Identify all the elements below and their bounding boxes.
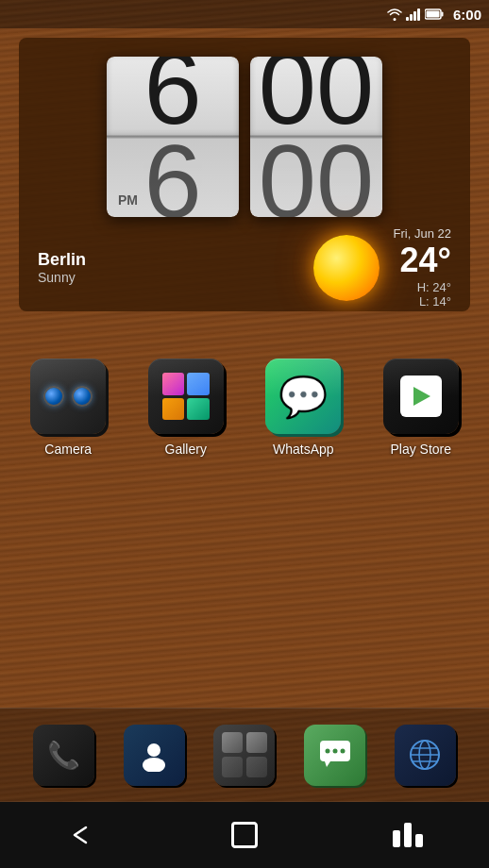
weather-city: Berlin — [38, 250, 299, 270]
whatsapp-symbol: 💬 — [278, 374, 328, 420]
back-icon — [67, 824, 95, 846]
dock-browser[interactable] — [395, 725, 456, 786]
svg-point-7 — [147, 743, 160, 757]
weather-left: Berlin Sunny — [38, 250, 299, 285]
weather-low: L: 14° — [394, 294, 451, 309]
battery-icon — [425, 8, 444, 20]
messages-icon — [317, 737, 353, 773]
recents-bar-3 — [415, 834, 423, 847]
svg-rect-2 — [413, 11, 416, 21]
svg-point-11 — [325, 749, 329, 754]
camera-label: Camera — [44, 442, 92, 457]
camera-eye-left — [43, 386, 64, 407]
pages-cube-2 — [246, 732, 267, 753]
gallery-tile-4 — [187, 398, 210, 421]
gallery-tile-1 — [162, 373, 185, 395]
clock-widget: 6 6 PM 00 00 Berlin Sunny Fri, Jun 22 — [19, 38, 470, 311]
dock: 📞 — [0, 708, 489, 802]
gallery-tile-2 — [187, 373, 210, 395]
dock-pages[interactable] — [213, 725, 275, 786]
nav-back-button[interactable] — [53, 816, 110, 854]
camera-eyes — [43, 386, 93, 407]
svg-marker-10 — [325, 761, 330, 767]
svg-rect-3 — [417, 8, 420, 21]
weather-high: H: 24° — [394, 280, 451, 294]
app-icon-gallery[interactable]: Gallery — [139, 359, 233, 457]
playstore-play-icon — [413, 387, 430, 406]
app-icon-playstore[interactable]: Play Store — [374, 359, 468, 457]
gallery-tiles — [162, 373, 210, 420]
apps-grid: Camera Gallery 💬 WhatsApp Play Store — [0, 340, 489, 476]
playstore-cube-icon — [383, 359, 459, 434]
navigation-bar — [0, 802, 489, 868]
playstore-label: Play Store — [390, 442, 451, 457]
camera-cube-icon — [30, 359, 106, 434]
flip-hour-bottom: 6 PM — [107, 137, 239, 217]
phone-icon: 📞 — [47, 740, 80, 771]
status-bar: 6:00 — [0, 0, 489, 28]
pages-cube-4 — [246, 757, 267, 777]
sun-orb — [313, 235, 379, 301]
app-icon-whatsapp[interactable]: 💬 WhatsApp — [256, 359, 350, 457]
camera-eye-right — [72, 386, 93, 407]
signal-icon — [406, 8, 421, 21]
weather-section: Berlin Sunny Fri, Jun 22 24° H: 24° L: 1… — [19, 226, 470, 311]
pages-cube-1 — [222, 732, 243, 753]
weather-date: Fri, Jun 22 — [394, 226, 451, 241]
recents-bar-2 — [404, 823, 412, 847]
playstore-bag — [400, 376, 442, 417]
svg-rect-5 — [441, 12, 443, 17]
weather-sun — [309, 230, 384, 306]
svg-point-13 — [340, 749, 345, 754]
svg-rect-1 — [410, 14, 413, 21]
nav-recents-button[interactable] — [379, 816, 436, 854]
svg-point-12 — [332, 749, 337, 754]
whatsapp-label: WhatsApp — [273, 442, 334, 457]
status-time: 6:00 — [453, 7, 481, 23]
pages-cube-3 — [222, 757, 243, 777]
recents-icon — [393, 823, 423, 847]
nav-home-button[interactable] — [216, 816, 273, 854]
dock-messages[interactable] — [304, 725, 365, 786]
weather-temp: 24° — [394, 241, 451, 280]
svg-point-8 — [143, 758, 165, 772]
gallery-tile-3 — [162, 398, 185, 421]
flip-minutes-bottom: 00 — [250, 137, 382, 217]
browser-icon — [407, 737, 443, 773]
wifi-icon — [387, 8, 402, 21]
app-icon-camera[interactable]: Camera — [21, 359, 115, 457]
whatsapp-cube-icon: 💬 — [265, 359, 341, 434]
hour-digit-shadow: 6 — [143, 129, 201, 217]
flip-minutes: 00 00 — [250, 57, 382, 217]
gallery-cube-icon — [148, 359, 224, 434]
dock-phone[interactable]: 📞 — [33, 725, 94, 786]
dock-contacts[interactable] — [124, 725, 185, 786]
gallery-label: Gallery — [165, 442, 207, 457]
weather-right: Fri, Jun 22 24° H: 24° L: 14° — [394, 226, 451, 309]
flip-clock: 6 6 PM 00 00 — [19, 38, 470, 226]
period-label: PM — [118, 192, 138, 208]
minutes-digit-shadow: 00 — [259, 129, 374, 217]
status-icons: 6:00 — [387, 7, 481, 23]
svg-rect-6 — [426, 11, 439, 18]
flip-hour: 6 6 PM — [107, 57, 239, 217]
weather-condition: Sunny — [38, 270, 299, 285]
svg-rect-0 — [406, 17, 409, 21]
home-icon — [231, 822, 258, 848]
contacts-icon — [138, 739, 171, 772]
recents-bar-1 — [393, 830, 400, 847]
